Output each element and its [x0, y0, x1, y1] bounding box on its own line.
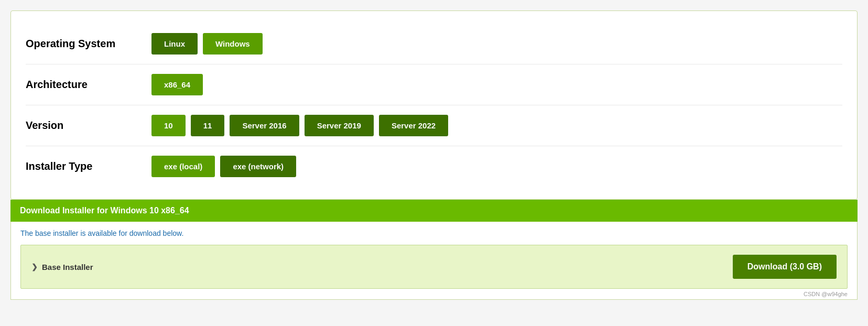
arch-row: Architecture x86_64	[26, 64, 842, 105]
version-10-button[interactable]: 10	[151, 115, 186, 136]
os-linux-button[interactable]: Linux	[151, 33, 198, 55]
download-section: Download Installer for Windows 10 x86_64…	[10, 200, 858, 300]
installer-type-row: Installer Type exe (local) exe (network)	[26, 146, 842, 187]
base-installer-label[interactable]: ❯ Base Installer	[31, 263, 93, 271]
installer-type-btn-group: exe (local) exe (network)	[151, 156, 296, 177]
download-button[interactable]: Download (3.0 GB)	[733, 255, 837, 279]
installer-exe-local-button[interactable]: exe (local)	[151, 156, 215, 177]
version-server2022-button[interactable]: Server 2022	[379, 115, 448, 136]
download-body: The base installer is available for down…	[10, 222, 858, 300]
chevron-right-icon: ❯	[31, 263, 38, 271]
arch-label: Architecture	[26, 79, 151, 91]
os-label: Operating System	[26, 38, 151, 50]
installer-exe-network-button[interactable]: exe (network)	[220, 156, 296, 177]
installer-type-label: Installer Type	[26, 160, 151, 172]
download-header: Download Installer for Windows 10 x86_64	[10, 200, 858, 222]
download-subtitle: The base installer is available for down…	[20, 229, 848, 237]
selector-panel: Operating System Linux Windows Architect…	[10, 10, 858, 200]
version-11-button[interactable]: 11	[191, 115, 225, 136]
installer-name: Base Installer	[42, 263, 93, 271]
version-btn-group: 10 11 Server 2016 Server 2019 Server 202…	[151, 115, 448, 136]
arch-x86-button[interactable]: x86_64	[151, 74, 203, 95]
os-btn-group: Linux Windows	[151, 33, 263, 55]
os-row: Operating System Linux Windows	[26, 24, 842, 64]
version-server2019-button[interactable]: Server 2019	[305, 115, 374, 136]
version-row: Version 10 11 Server 2016 Server 2019 Se…	[26, 105, 842, 146]
os-windows-button[interactable]: Windows	[203, 33, 263, 55]
installer-row: ❯ Base Installer Download (3.0 GB)	[20, 245, 848, 289]
version-server2016-button[interactable]: Server 2016	[230, 115, 299, 136]
arch-btn-group: x86_64	[151, 74, 203, 95]
watermark: CSDN @w94ghe	[20, 289, 848, 299]
version-label: Version	[26, 119, 151, 132]
